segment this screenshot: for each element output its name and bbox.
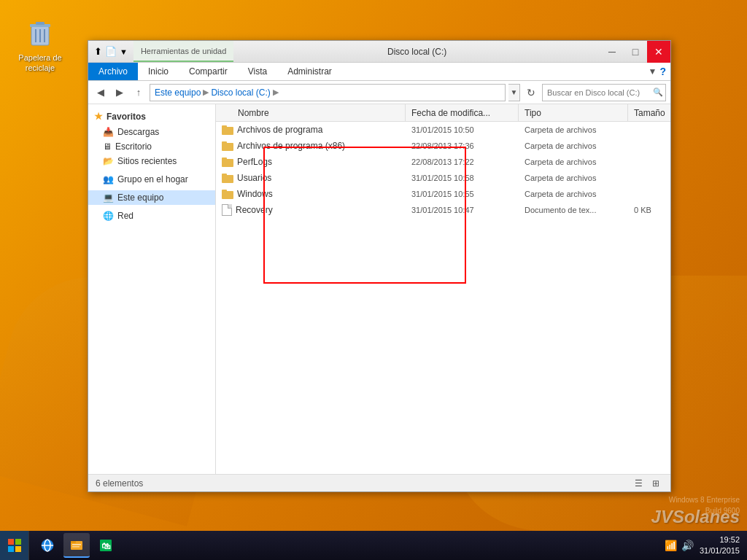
maximize-button[interactable]: □ bbox=[624, 41, 647, 63]
path-part-0[interactable]: Este equipo bbox=[155, 88, 201, 98]
tools-tab-label: Herramientas de unidad bbox=[133, 41, 233, 62]
file-type-cell: Carpeta de archivos bbox=[519, 141, 628, 150]
search-input[interactable] bbox=[542, 84, 666, 101]
taskbar-clock[interactable]: 19:52 31/01/2015 bbox=[700, 534, 740, 557]
address-dropdown[interactable]: ▼ bbox=[508, 84, 520, 101]
col-header-size[interactable]: Tamaño bbox=[628, 104, 670, 121]
recycle-bin-label: Papelera de reciclaje bbox=[15, 52, 66, 74]
col-header-name[interactable]: Nombre bbox=[216, 104, 406, 121]
volume-tray-icon[interactable]: 🔊 bbox=[681, 540, 694, 551]
col-header-date[interactable]: Fecha de modifica... bbox=[406, 104, 519, 121]
table-row[interactable]: Windows 31/01/2015 10:55 Carpeta de arch… bbox=[216, 186, 670, 202]
file-name-cell: Archivos de programa bbox=[216, 125, 406, 135]
quick-access-icon-2[interactable]: 📄 bbox=[105, 46, 117, 57]
system-tray-icons: 📶 🔊 bbox=[665, 540, 694, 551]
folder-icon bbox=[222, 174, 233, 183]
file-name-cell: Usuarios bbox=[216, 173, 406, 183]
search-icon[interactable]: 🔍 bbox=[653, 88, 663, 97]
taskbar-item-explorer[interactable] bbox=[63, 533, 90, 558]
desktop: Papelera de reciclaje ⬆ 📄 ▼ Herramientas… bbox=[0, 0, 747, 560]
help-icon[interactable]: ? bbox=[659, 66, 666, 77]
file-list: Nombre Fecha de modifica... Tipo Tamaño … bbox=[216, 104, 670, 474]
svg-rect-7 bbox=[15, 539, 21, 545]
file-date-cell: 31/01/2015 10:58 bbox=[406, 174, 519, 182]
sidebar-item-grupo[interactable]: 👥 Grupo en el hogar bbox=[88, 172, 215, 187]
table-row[interactable]: Recovery 31/01/2015 10:47 Documento de t… bbox=[216, 202, 670, 218]
tab-compartir[interactable]: Compartir bbox=[179, 63, 238, 80]
file-name-text: Windows bbox=[237, 189, 273, 199]
tab-administrar[interactable]: Administrar bbox=[277, 63, 342, 80]
sidebar-item-este-equipo[interactable]: 💻 Este equipo bbox=[88, 190, 215, 205]
sidebar-item-sitios-recientes[interactable]: 📂 Sitios recientes bbox=[88, 154, 215, 168]
groups-section: 👥 Grupo en el hogar bbox=[88, 172, 215, 187]
taskbar-item-ie[interactable] bbox=[34, 533, 61, 558]
minimize-button[interactable]: ─ bbox=[600, 41, 624, 63]
table-row[interactable]: Archivos de programa 31/01/2015 10:50 Ca… bbox=[216, 122, 670, 138]
file-date-cell: 22/08/2013 17:22 bbox=[406, 158, 519, 166]
folder-icon bbox=[222, 158, 233, 167]
status-bar: 6 elementos ☰ ⊞ bbox=[88, 474, 670, 491]
store-icon: 🛍 bbox=[98, 538, 113, 553]
this-pc-section: 💻 Este equipo bbox=[88, 190, 215, 205]
table-row[interactable]: PerfLogs 22/08/2013 17:22 Carpeta de arc… bbox=[216, 154, 670, 170]
quick-access-icon-1[interactable]: ⬆ bbox=[94, 46, 102, 57]
forward-button[interactable]: ▶ bbox=[112, 85, 128, 101]
sidebar-item-escritorio[interactable]: 🖥 Escritorio bbox=[88, 139, 215, 154]
search-wrapper: 🔍 bbox=[542, 84, 666, 101]
back-button[interactable]: ◀ bbox=[93, 85, 109, 101]
file-name-text: PerfLogs bbox=[237, 157, 272, 167]
content-area: ★ Favoritos 📥 Descargas 🖥 Escritorio 📂 S… bbox=[88, 104, 670, 474]
up-button[interactable]: ↑ bbox=[131, 85, 147, 101]
svg-rect-2 bbox=[36, 22, 44, 25]
tab-archivo[interactable]: Archivo bbox=[88, 63, 138, 80]
expand-icon[interactable]: ▼ bbox=[649, 66, 657, 77]
file-name-cell: Windows bbox=[216, 189, 406, 199]
file-icon bbox=[222, 204, 232, 216]
network-tray-icon[interactable]: 📶 bbox=[665, 540, 677, 551]
folder-icon-sitios: 📂 bbox=[103, 156, 114, 166]
svg-rect-8 bbox=[8, 546, 14, 552]
col-header-type[interactable]: Tipo bbox=[519, 104, 628, 121]
taskbar-right: 📶 🔊 19:52 31/01/2015 bbox=[657, 534, 747, 557]
folder-icon-escritorio: 🖥 bbox=[103, 141, 112, 152]
taskbar: 🛍 📶 🔊 19:52 31/01/2015 bbox=[0, 531, 747, 560]
tiles-view-button[interactable]: ⊞ bbox=[649, 477, 663, 490]
network-section: 🌐 Red bbox=[88, 209, 215, 223]
file-name-cell: Recovery bbox=[216, 204, 406, 216]
file-type-cell: Documento de tex... bbox=[519, 206, 628, 214]
svg-rect-15 bbox=[72, 544, 81, 545]
quick-access-icon-3[interactable]: ▼ bbox=[120, 47, 128, 56]
table-row[interactable]: Usuarios 31/01/2015 10:58 Carpeta de arc… bbox=[216, 170, 670, 186]
window-title: Disco local (C:) bbox=[233, 47, 600, 57]
start-button[interactable] bbox=[0, 531, 29, 560]
tab-inicio[interactable]: Inicio bbox=[138, 63, 179, 80]
status-text: 6 elementos bbox=[96, 478, 143, 489]
file-name-text: Archivos de programa bbox=[237, 125, 322, 135]
tab-vista[interactable]: Vista bbox=[238, 63, 277, 80]
sidebar-item-descargas[interactable]: 📥 Descargas bbox=[88, 125, 215, 139]
file-type-cell: Carpeta de archivos bbox=[519, 125, 628, 134]
address-path[interactable]: Este equipo ▶ Disco local (C:) ▶ bbox=[150, 84, 506, 101]
file-type-cell: Carpeta de archivos bbox=[519, 190, 628, 198]
refresh-button[interactable]: ↻ bbox=[523, 85, 539, 101]
details-view-button[interactable]: ☰ bbox=[631, 477, 646, 490]
file-date-cell: 31/01/2015 10:55 bbox=[406, 190, 519, 198]
favorites-header: ★ Favoritos bbox=[88, 108, 215, 125]
file-rows-container: Archivos de programa 31/01/2015 10:50 Ca… bbox=[216, 122, 670, 218]
sidebar-item-red[interactable]: 🌐 Red bbox=[88, 209, 215, 223]
recycle-bin-icon bbox=[23, 15, 58, 50]
view-controls: ☰ ⊞ bbox=[631, 477, 663, 490]
file-type-cell: Carpeta de archivos bbox=[519, 158, 628, 166]
taskbar-item-store[interactable]: 🛍 bbox=[93, 533, 119, 558]
table-row[interactable]: Archivos de programa (x86) 22/08/2013 17… bbox=[216, 138, 670, 154]
computer-icon: 💻 bbox=[103, 192, 114, 203]
file-date-cell: 31/01/2015 10:47 bbox=[406, 206, 519, 214]
close-button[interactable]: ✕ bbox=[647, 41, 670, 63]
file-date-cell: 31/01/2015 10:50 bbox=[406, 125, 519, 134]
file-name-text: Archivos de programa (x86) bbox=[237, 141, 345, 151]
svg-rect-6 bbox=[8, 539, 14, 545]
recycle-bin[interactable]: Papelera de reciclaje bbox=[15, 15, 66, 74]
folder-icon-descargas: 📥 bbox=[103, 127, 114, 137]
file-explorer-window: ⬆ 📄 ▼ Herramientas de unidad Disco local… bbox=[88, 40, 671, 492]
path-part-1[interactable]: Disco local (C:) bbox=[211, 88, 270, 98]
